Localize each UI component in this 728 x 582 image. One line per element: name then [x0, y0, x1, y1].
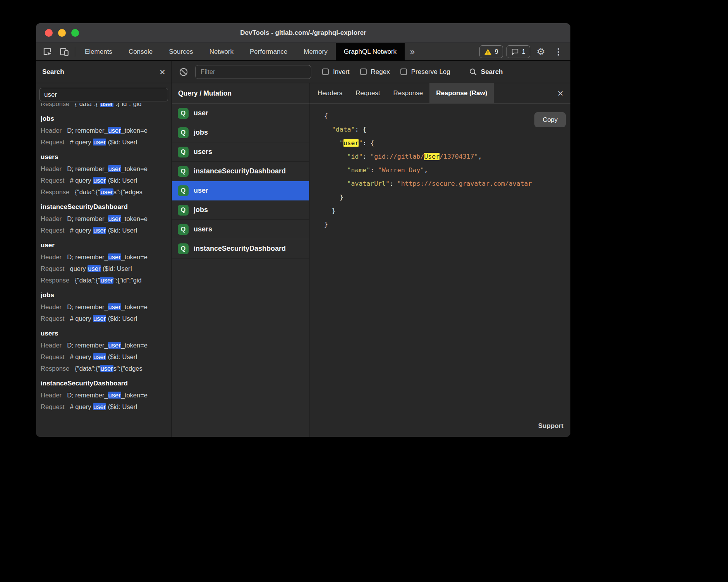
filter-option-regex[interactable]: Regex — [360, 68, 390, 76]
close-window-button[interactable] — [45, 29, 53, 37]
query-list-item-users[interactable]: Qusers — [172, 142, 309, 162]
filter-option-preserve-log[interactable]: Preserve Log — [400, 68, 450, 76]
search-result-line[interactable]: Response{"data":{"user":{"id":"gid — [41, 103, 167, 110]
detail-tab-response[interactable]: Response — [387, 83, 430, 103]
search-close-icon[interactable]: × — [160, 67, 165, 77]
query-list-item-instancesecuritydashboard[interactable]: QinstanceSecurityDashboard — [172, 162, 309, 181]
search-input-wrap — [36, 83, 172, 103]
more-tabs-chevron[interactable]: » — [405, 43, 420, 60]
search-panel-header: Search × — [36, 61, 172, 83]
support-link[interactable]: Support — [309, 418, 570, 437]
search-result-line[interactable]: HeaderD; remember_user_token=e — [41, 163, 167, 175]
search-result-line[interactable]: Request# query user ($id: UserI — [41, 175, 167, 186]
zoom-window-button[interactable] — [71, 29, 79, 37]
tool-icons — [36, 43, 73, 60]
search-result-group[interactable]: jobs — [41, 289, 167, 301]
tab-sources[interactable]: Sources — [161, 43, 201, 60]
query-list-item-users[interactable]: Qusers — [172, 220, 309, 239]
copy-button[interactable]: Copy — [534, 112, 566, 127]
result-row-label: Header — [41, 165, 62, 172]
search-result-line[interactable]: Request# query user ($id: UserI — [41, 136, 167, 148]
result-row-label: Header — [41, 392, 62, 399]
issues-badge[interactable]: 1 — [507, 45, 530, 58]
clear-requests-icon[interactable] — [178, 67, 189, 77]
result-row-label: Header — [41, 127, 62, 134]
query-list-item-user[interactable]: Quser — [172, 104, 309, 123]
search-result-group[interactable]: jobs — [41, 113, 167, 125]
query-list-item-instancesecuritydashboard[interactable]: QinstanceSecurityDashboard — [172, 239, 309, 258]
search-result-line[interactable]: HeaderD; remember_user_token=e — [41, 125, 167, 136]
search-result-group[interactable]: users — [41, 151, 167, 163]
search-panel-title: Search — [42, 68, 160, 76]
search-result-line[interactable]: Response{"data":{"users":{"edges — [41, 186, 167, 198]
query-list-item-user[interactable]: Quser — [172, 181, 309, 200]
network-search-toggle[interactable]: Search — [469, 68, 503, 76]
search-match: user — [100, 188, 113, 195]
search-result-line[interactable]: HeaderD; remember_user_token=e — [41, 301, 167, 313]
minimize-window-button[interactable] — [58, 29, 66, 37]
search-input[interactable] — [39, 88, 168, 101]
inspect-element-icon[interactable] — [41, 46, 53, 58]
search-result-line[interactable]: Requestquery user ($id: UserI — [41, 263, 167, 274]
detail-panel: HeadersRequestResponseResponse (Raw) × C… — [309, 83, 570, 437]
tab-elements[interactable]: Elements — [77, 43, 120, 60]
result-row-content: # query user ($id: UserI — [70, 139, 137, 146]
checkbox-label-invert: Invert — [333, 68, 350, 76]
search-result-group[interactable]: users — [41, 328, 167, 339]
query-item-label: user — [194, 109, 208, 117]
result-row-content: {"data":{"user":{"id":"gid — [75, 277, 141, 284]
json-line: { — [324, 109, 570, 123]
search-result-line[interactable]: Request# query user ($id: UserI — [41, 313, 167, 324]
search-result-group[interactable]: user — [41, 240, 167, 251]
search-result-line[interactable]: HeaderD; remember_user_token=e — [41, 339, 167, 351]
kebab-menu-icon[interactable]: ⋮ — [552, 47, 565, 57]
checkbox-regex[interactable] — [360, 68, 367, 75]
devtools-window: DevTools - gitlab.com/-/graphql-explorer… — [36, 23, 570, 437]
result-row-label: Response — [41, 277, 69, 284]
detail-close-icon[interactable]: × — [558, 88, 563, 98]
tab-graphql-network[interactable]: GraphQL Network — [336, 43, 405, 60]
detail-close-wrap: × — [558, 83, 570, 103]
checkbox-invert[interactable] — [322, 68, 329, 75]
checkbox-preserve-log[interactable] — [400, 68, 407, 75]
tab-network[interactable]: Network — [201, 43, 242, 60]
search-result-line[interactable]: HeaderD; remember_user_token=e — [41, 389, 167, 401]
search-result-line[interactable]: Response{"data":{"user":{"id":"gid — [41, 274, 167, 286]
tab-console[interactable]: Console — [120, 43, 161, 60]
device-toolbar-icon[interactable] — [58, 46, 70, 58]
search-result-group[interactable]: instanceSecurityDashboard — [41, 378, 167, 389]
warnings-badge[interactable]: 9 — [479, 45, 503, 58]
titlebar: DevTools - gitlab.com/-/graphql-explorer — [36, 23, 570, 43]
search-result-line[interactable]: Request# query user ($id: UserI — [41, 224, 167, 236]
search-match: user — [108, 127, 121, 134]
detail-tab-response-raw[interactable]: Response (Raw) — [429, 83, 494, 103]
result-row-label: Request — [41, 403, 64, 410]
message-icon — [511, 48, 519, 55]
tab-memory[interactable]: Memory — [295, 43, 335, 60]
result-row-content: D; remember_user_token=e — [67, 303, 148, 310]
result-row-label: Header — [41, 303, 62, 310]
settings-gear-icon[interactable]: ⚙ — [534, 46, 548, 57]
query-list-item-jobs[interactable]: Qjobs — [172, 123, 309, 142]
search-panel: Search × Response{"data":{"user":{"id":"… — [36, 61, 172, 437]
tab-performance[interactable]: Performance — [242, 43, 295, 60]
search-result-line[interactable]: HeaderD; remember_user_token=e — [41, 213, 167, 224]
query-mutation-header: Query / Mutation — [172, 83, 309, 104]
filter-input[interactable] — [195, 65, 311, 79]
search-result-line[interactable]: Response{"data":{"users":{"edges — [41, 363, 167, 374]
panel-tabs: ElementsConsoleSourcesNetworkPerformance… — [77, 43, 405, 60]
search-result-line[interactable]: HeaderD; remember_user_token=e — [41, 251, 167, 263]
filter-checkboxes: InvertRegexPreserve Log — [322, 68, 450, 76]
filter-option-invert[interactable]: Invert — [322, 68, 350, 76]
search-result-line[interactable]: Request# query user ($id: UserI — [41, 351, 167, 363]
query-list-item-jobs[interactable]: Qjobs — [172, 200, 309, 220]
search-result-line[interactable]: Request# query user ($id: UserI — [41, 401, 167, 413]
query-item-label: users — [194, 148, 212, 156]
query-item-label: instanceSecurityDashboard — [194, 167, 286, 175]
query-type-badge: Q — [178, 224, 189, 235]
search-result-group[interactable]: instanceSecurityDashboard — [41, 201, 167, 213]
detail-tab-headers[interactable]: Headers — [311, 83, 349, 103]
detail-tab-request[interactable]: Request — [349, 83, 386, 103]
search-match: user — [108, 165, 121, 172]
search-match: user — [108, 342, 121, 349]
